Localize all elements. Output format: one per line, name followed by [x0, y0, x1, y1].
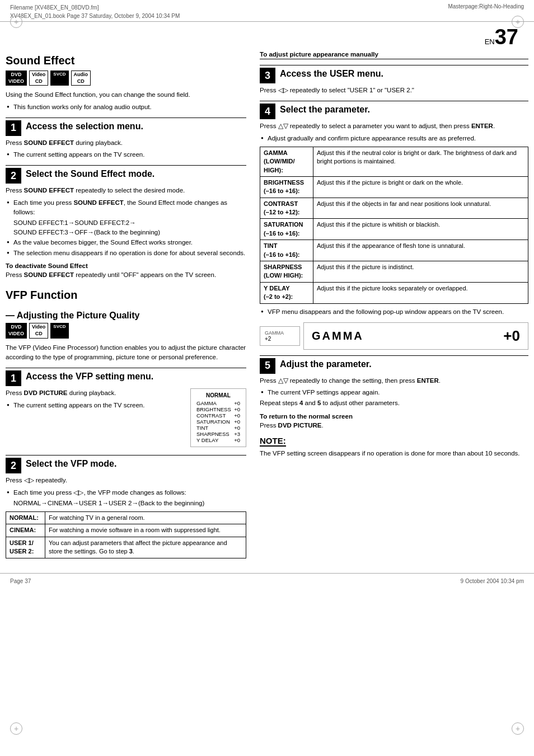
sound-step1-line1: Press SOUND EFFECT during playback. [6, 138, 246, 148]
footer-left: Page 37 [10, 578, 31, 584]
right-step5-title: Adjust the parameter. [280, 358, 372, 369]
sound-step2-number: 2 [6, 168, 21, 184]
sound-step2-bullet2: As the value becomes bigger, the Sound E… [6, 238, 246, 247]
vfp-step1-number: 1 [6, 370, 21, 386]
vfp-step1-content: NORMAL GAMMA+0 BRIGHTNESS+0 CONTRAST+0 S… [6, 388, 246, 449]
vfp-badge-dvd: DVDVIDEO [6, 323, 27, 338]
vfp-popup-bullet: VFP menu disappears and the following po… [260, 307, 528, 317]
vfp-step1-title: Access the VFP setting menu. [26, 370, 153, 382]
footer-right: 9 October 2004 10:34 pm [461, 578, 524, 584]
sound-step2-indent2: SOUND EFFECT:3→OFF→(Back to the beginnin… [6, 228, 246, 237]
param-row-saturation: SATURATION(–16 to +16): Adjust this if t… [260, 219, 528, 240]
gamma-small-label: GAMMA [265, 330, 295, 336]
mode-desc-user: You can adjust parameters that affect th… [45, 537, 246, 558]
mode-table: NORMAL: For watching TV in a general roo… [6, 511, 246, 558]
param-desc-ydelay: Adjust this if the picture looks separat… [313, 282, 528, 303]
sound-step2-indent1: SOUND EFFECT:1→SOUND EFFECT:2→ [6, 218, 246, 228]
right-step4-number: 4 [260, 104, 275, 119]
print-mark-br [512, 722, 524, 735]
right-step3-title: Access the USER menu. [280, 68, 383, 79]
gamma-big-box: GAMMA +0 [303, 322, 528, 350]
note-title: NOTE: [260, 436, 286, 447]
right-step4-block: 4 Select the parameter. [260, 101, 528, 119]
param-desc-saturation: Adjust this if the picture is whitish or… [313, 219, 528, 240]
param-row-contrast: CONTRAST(–12 to +12): Adjust this if the… [260, 198, 528, 219]
mode-row-user: USER 1/USER 2: You can adjust parameters… [6, 537, 246, 558]
param-row-sharpness: SHARPNESS(LOW/ HIGH): Adjust this if the… [260, 261, 528, 283]
print-mark-tr [512, 16, 524, 28]
right-step5-line2: Repeat steps 4 and 5 to adjust other par… [260, 398, 528, 408]
book-ref-label: XV48EX_EN_01.book Page 37 Saturday, Octo… [10, 12, 180, 20]
filename-label: Filename [XV48EX_EN_08DVD.fm] [10, 3, 180, 12]
note-text: The VFP setting screen disappears if no … [260, 449, 528, 458]
top-bar-left: Filename [XV48EX_EN_08DVD.fm] XV48EX_EN_… [10, 3, 180, 20]
page-num-big: 37 [495, 25, 518, 49]
mode-label-user: USER 1/USER 2: [6, 537, 45, 558]
param-label-ydelay: Y DELAY(–2 to +2): [260, 282, 313, 303]
adjust-heading: To adjust picture appearance manually [260, 51, 528, 59]
param-label-contrast: CONTRAST(–12 to +12): [260, 198, 313, 219]
param-label-saturation: SATURATION(–16 to +16): [260, 219, 313, 240]
top-bar: Filename [XV48EX_EN_08DVD.fm] XV48EX_EN_… [0, 0, 534, 22]
sound-step1-bold: SOUND EFFECT [24, 139, 74, 146]
param-desc-contrast: Adjust this if the objects in far and ne… [313, 198, 528, 219]
param-desc-brightness: Adjust this if the picture is bright or … [313, 176, 528, 198]
vfp-step2-number: 2 [6, 458, 21, 473]
col-right: To adjust picture appearance manually 3 … [260, 50, 528, 562]
param-row-ydelay: Y DELAY(–2 to +2): Adjust this if the pi… [260, 282, 528, 303]
vfp-step2-title: Select the VFP mode. [26, 458, 116, 469]
param-label-tint: TINT(–16 to +16): [260, 240, 313, 261]
sound-step2-line1: Press SOUND EFFECT repeatedly to select … [6, 186, 246, 195]
vfp-badges: DVDVIDEO VideoCD SVCD [6, 323, 246, 338]
right-step5-block: 5 Adjust the parameter. [260, 355, 528, 374]
param-table: GAMMA(LOW/MID/HIGH): Adjust this if the … [260, 147, 528, 304]
vfp-row-ydelay: Y DELAY+0 [196, 437, 240, 443]
masterpage-label: Masterpage:Right-No-Heading [448, 3, 524, 10]
page-number-header: EN37 [0, 22, 534, 50]
vfp-row-contrast: CONTRAST+0 [196, 412, 240, 419]
print-mark-tl [10, 16, 22, 28]
right-step3-number: 3 [260, 68, 275, 83]
page-footer: Page 37 9 October 2004 10:34 pm [0, 573, 534, 589]
param-desc-sharpness: Adjust this if the picture is indistinct… [313, 261, 528, 283]
mode-desc-cinema: For watching a movie software in a room … [45, 524, 246, 537]
mode-label-normal: NORMAL: [6, 512, 45, 524]
sound-effect-intro: Using the Sound Effect function, you can… [6, 90, 246, 100]
sound-effect-title: Sound Effect [6, 54, 246, 67]
gamma-small-val: +2 [265, 336, 295, 342]
sound-step1-number: 1 [6, 120, 21, 136]
mode-row-normal: NORMAL: For watching TV in a general roo… [6, 512, 246, 524]
right-step3-line1: Press ◁▷ repeatedly to select "USER 1" o… [260, 86, 528, 95]
vfp-row-saturation: SATURATION+0 [196, 419, 240, 425]
gamma-big-label: GAMMA [312, 330, 364, 342]
right-step5-number: 5 [260, 358, 275, 374]
right-step3-block: 3 Access the USER menu. [260, 65, 528, 83]
right-step5-bullet1: The current VFP settings appear again. [260, 388, 528, 397]
param-row-brightness: BRIGHTNESS(–16 to +16): Adjust this if t… [260, 176, 528, 198]
mode-row-cinema: CINEMA: For watching a movie software in… [6, 524, 246, 537]
sound-effect-bullet1: This function works only for analog audi… [6, 102, 246, 112]
badge-audio: AudioCD [71, 71, 91, 86]
mode-label-cinema: CINEMA: [6, 524, 45, 537]
param-label-brightness: BRIGHTNESS(–16 to +16): [260, 176, 313, 198]
deactivate-text: Press SOUND EFFECT repeatedly until "OFF… [6, 270, 246, 280]
vfp-step2-bullet1: Each time you press ◁▷, the VFP mode cha… [6, 488, 246, 497]
vfp-settings-box: NORMAL GAMMA+0 BRIGHTNESS+0 CONTRAST+0 S… [190, 388, 246, 447]
sound-step2-bullet1: Each time you press SOUND EFFECT, the So… [6, 198, 246, 218]
sound-step2-title: Select the Sound Effect mode. [26, 168, 154, 179]
vfp-badge-svcd: SVCD [50, 323, 68, 338]
badge-dvd: DVDVIDEO [6, 71, 27, 86]
gamma-big-val: +0 [503, 327, 520, 345]
gamma-display-area: GAMMA +2 GAMMA +0 [260, 322, 528, 350]
param-desc-tint: Adjust this if the appearance of flesh t… [313, 240, 528, 261]
vfp-step2-line1: Press ◁▷ repeatedly. [6, 476, 246, 485]
col-left: Sound Effect DVDVIDEO VideoCD SVCD Audio… [6, 50, 246, 562]
vfp-step2-indent1: NORMAL→CINEMA→USER 1→USER 2→(Back to the… [6, 499, 246, 508]
sound-step2-block: 2 Select the Sound Effect mode. [6, 165, 246, 184]
sound-effect-badges: DVDVIDEO VideoCD SVCD AudioCD [6, 71, 246, 86]
mode-desc-normal: For watching TV in a general room. [45, 512, 246, 524]
print-mark-bl [10, 722, 22, 735]
return-heading: To return to the normal screen [260, 413, 528, 420]
vfp-subtitle: — Adjusting the Picture Quality [6, 311, 246, 321]
vfp-title: VFP Function [6, 289, 246, 302]
